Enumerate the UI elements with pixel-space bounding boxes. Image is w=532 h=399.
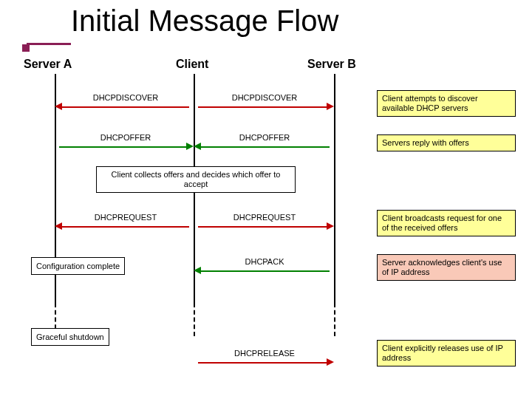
title-accent-line bbox=[27, 43, 71, 45]
msg-offer-left: DHCPOFFER bbox=[74, 133, 177, 142]
arrowhead-offer-left bbox=[186, 143, 194, 150]
note-ack: Server acknowledges client's use of IP a… bbox=[377, 254, 516, 281]
arrow-discover-left bbox=[62, 106, 189, 108]
column-server-a: Server A bbox=[24, 58, 72, 71]
arrow-offer-left bbox=[59, 146, 186, 148]
slide-title: Initial Message Flow bbox=[71, 4, 338, 38]
arrowhead-request-right bbox=[327, 222, 334, 230]
note-discover: Client attempts to discover available DH… bbox=[377, 90, 516, 117]
column-server-b: Server B bbox=[307, 58, 356, 71]
msg-discover-right: DHCPDISCOVER bbox=[213, 93, 316, 102]
arrow-request-left bbox=[62, 226, 189, 228]
lifeline-server-b bbox=[334, 74, 335, 303]
msg-ack: DHCPACK bbox=[228, 257, 301, 266]
note-collect: Client collects offers and decides which… bbox=[96, 166, 296, 193]
arrow-release bbox=[198, 362, 327, 364]
lifeline-client-dash bbox=[194, 303, 195, 336]
msg-offer-right: DHCPOFFER bbox=[213, 133, 316, 142]
msg-discover-left: DHCPDISCOVER bbox=[74, 93, 177, 102]
arrowhead-release bbox=[327, 358, 334, 366]
arrow-ack bbox=[201, 270, 330, 272]
arrowhead-request-left bbox=[55, 222, 62, 230]
note-offer: Servers reply with offers bbox=[377, 134, 516, 151]
column-client: Client bbox=[176, 58, 208, 71]
arrow-discover-right bbox=[198, 106, 327, 108]
arrow-request-right bbox=[198, 226, 327, 228]
msg-release: DHCPRELEASE bbox=[220, 349, 309, 358]
arrowhead-discover-left bbox=[55, 103, 62, 110]
note-request: Client broadcasts request for one of the… bbox=[377, 210, 516, 236]
note-release: Client explicitly releases use of IP add… bbox=[377, 340, 516, 366]
lifeline-server-b-dash bbox=[334, 303, 335, 336]
title-accent-box bbox=[22, 44, 30, 52]
msg-request-left: DHCPREQUEST bbox=[74, 213, 177, 222]
slide: Initial Message Flow Server A Client Ser… bbox=[0, 0, 532, 399]
msg-request-right: DHCPREQUEST bbox=[213, 213, 316, 222]
arrowhead-discover-right bbox=[327, 103, 334, 110]
note-config: Configuration complete bbox=[31, 257, 125, 275]
note-grace: Graceful shutdown bbox=[31, 328, 109, 346]
arrowhead-offer-right bbox=[194, 143, 201, 150]
arrow-offer-right bbox=[201, 146, 330, 148]
arrowhead-ack bbox=[194, 267, 201, 274]
